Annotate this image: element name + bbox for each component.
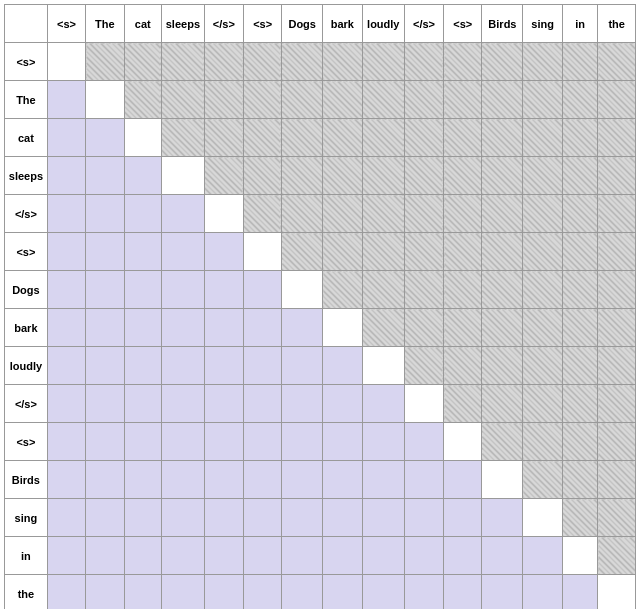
cell-6-10 xyxy=(444,271,482,309)
row-header-4: </s> xyxy=(5,195,48,233)
cell-7-12 xyxy=(523,309,562,347)
cell-2-9 xyxy=(404,119,443,157)
cell-2-0 xyxy=(47,119,85,157)
table-row: cat xyxy=(5,119,636,157)
table-row: in xyxy=(5,537,636,575)
table-row: <s> xyxy=(5,423,636,461)
cell-13-3 xyxy=(161,537,204,575)
cell-4-5 xyxy=(243,195,281,233)
cell-10-9 xyxy=(404,423,443,461)
cell-12-0 xyxy=(47,499,85,537)
cell-7-8 xyxy=(362,309,404,347)
cell-13-7 xyxy=(323,537,363,575)
cell-11-8 xyxy=(362,461,404,499)
cell-7-7 xyxy=(323,309,363,347)
table-row: Dogs xyxy=(5,271,636,309)
cell-12-10 xyxy=(444,499,482,537)
cell-1-8 xyxy=(362,81,404,119)
cell-8-2 xyxy=(124,347,161,385)
cell-4-10 xyxy=(444,195,482,233)
cell-5-9 xyxy=(404,233,443,271)
cell-8-1 xyxy=(86,347,124,385)
cell-12-3 xyxy=(161,499,204,537)
cell-1-10 xyxy=(444,81,482,119)
row-header-10: <s> xyxy=(5,423,48,461)
cell-13-4 xyxy=(204,537,243,575)
cell-4-11 xyxy=(482,195,523,233)
cell-14-9 xyxy=(404,575,443,610)
cell-8-12 xyxy=(523,347,562,385)
cell-5-11 xyxy=(482,233,523,271)
cell-3-7 xyxy=(323,157,363,195)
col-header-4: </s> xyxy=(204,5,243,43)
cell-6-2 xyxy=(124,271,161,309)
cell-14-6 xyxy=(282,575,323,610)
cell-6-14 xyxy=(598,271,636,309)
cell-0-2 xyxy=(124,43,161,81)
cell-6-5 xyxy=(243,271,281,309)
cell-11-10 xyxy=(444,461,482,499)
cell-0-1 xyxy=(86,43,124,81)
cell-1-7 xyxy=(323,81,363,119)
cell-11-5 xyxy=(243,461,281,499)
cell-8-6 xyxy=(282,347,323,385)
cell-0-10 xyxy=(444,43,482,81)
cell-0-11 xyxy=(482,43,523,81)
cell-13-6 xyxy=(282,537,323,575)
cell-5-2 xyxy=(124,233,161,271)
cell-0-7 xyxy=(323,43,363,81)
cell-14-3 xyxy=(161,575,204,610)
table-row: sleeps xyxy=(5,157,636,195)
cell-13-5 xyxy=(243,537,281,575)
row-header-7: bark xyxy=(5,309,48,347)
col-header-12: sing xyxy=(523,5,562,43)
cell-9-0 xyxy=(47,385,85,423)
col-header-14: the xyxy=(598,5,636,43)
cell-12-12 xyxy=(523,499,562,537)
cell-2-2 xyxy=(124,119,161,157)
cell-10-6 xyxy=(282,423,323,461)
header-row: <s>Thecatsleeps</s><s>Dogsbarkloudly</s>… xyxy=(5,5,636,43)
row-header-12: sing xyxy=(5,499,48,537)
cell-8-9 xyxy=(404,347,443,385)
cell-14-10 xyxy=(444,575,482,610)
col-header-9: </s> xyxy=(404,5,443,43)
cell-10-0 xyxy=(47,423,85,461)
cell-9-9 xyxy=(404,385,443,423)
cell-9-8 xyxy=(362,385,404,423)
cell-12-4 xyxy=(204,499,243,537)
col-header-10: <s> xyxy=(444,5,482,43)
cell-2-7 xyxy=(323,119,363,157)
cell-4-9 xyxy=(404,195,443,233)
cell-10-13 xyxy=(562,423,598,461)
cell-12-5 xyxy=(243,499,281,537)
cell-10-12 xyxy=(523,423,562,461)
table-row: bark xyxy=(5,309,636,347)
cell-8-10 xyxy=(444,347,482,385)
col-header-11: Birds xyxy=(482,5,523,43)
similarity-matrix: <s>Thecatsleeps</s><s>Dogsbarkloudly</s>… xyxy=(4,4,636,609)
cell-9-2 xyxy=(124,385,161,423)
cell-10-7 xyxy=(323,423,363,461)
cell-2-14 xyxy=(598,119,636,157)
cell-1-3 xyxy=(161,81,204,119)
cell-11-4 xyxy=(204,461,243,499)
cell-14-4 xyxy=(204,575,243,610)
col-header-1: The xyxy=(86,5,124,43)
cell-10-3 xyxy=(161,423,204,461)
cell-13-13 xyxy=(562,537,598,575)
cell-7-5 xyxy=(243,309,281,347)
cell-8-4 xyxy=(204,347,243,385)
cell-0-6 xyxy=(282,43,323,81)
cell-6-3 xyxy=(161,271,204,309)
row-header-8: loudly xyxy=(5,347,48,385)
cell-11-13 xyxy=(562,461,598,499)
cell-8-3 xyxy=(161,347,204,385)
cell-14-2 xyxy=(124,575,161,610)
cell-12-2 xyxy=(124,499,161,537)
table-row: Birds xyxy=(5,461,636,499)
cell-7-3 xyxy=(161,309,204,347)
cell-1-2 xyxy=(124,81,161,119)
cell-12-7 xyxy=(323,499,363,537)
cell-5-1 xyxy=(86,233,124,271)
